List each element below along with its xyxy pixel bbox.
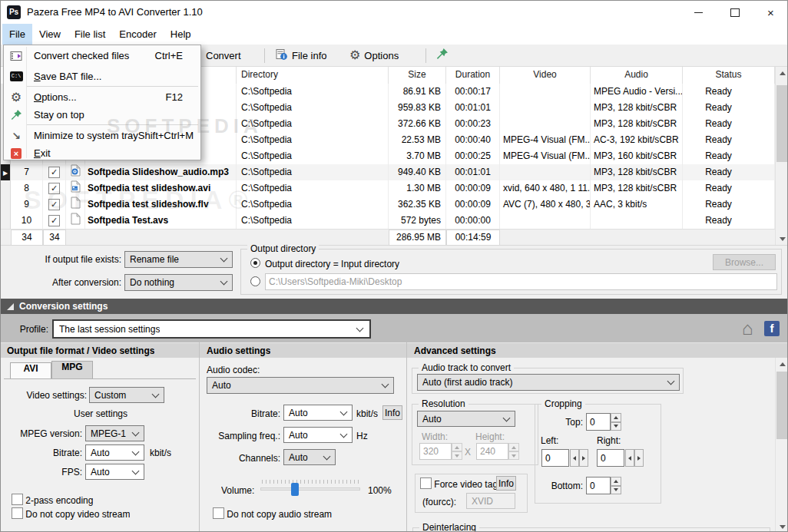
chevron-down-icon (152, 390, 160, 398)
stay-on-top-toggle[interactable] (435, 46, 449, 64)
menu-item-save-bat-file[interactable]: C:\ Save BAT file... (5, 68, 200, 85)
scroll-down-button[interactable] (776, 233, 788, 245)
menu-item-convert-checked-files[interactable]: Convert checked files Ctrl+E (5, 47, 200, 64)
table-row-selected[interactable]: ▶ 7 ✓ Softpedia Slideshow_audio.mp3 C:\S… (1, 164, 775, 181)
header-video[interactable]: Video (500, 67, 591, 84)
menu-bar: File View File list Encoder Help (1, 24, 788, 45)
crop-right-field[interactable]: 0 (597, 449, 624, 467)
fps-select[interactable]: Auto (85, 464, 144, 480)
toolbar-separator (264, 48, 265, 63)
audio-track-select[interactable]: Auto (first audio track) (417, 374, 680, 391)
total-duration: 00:14:59 (446, 230, 500, 246)
conversion-settings-header[interactable]: Conversion settings (1, 299, 788, 314)
minimize-button[interactable] (680, 1, 717, 24)
table-row[interactable]: 10 ✓ Softpedia Test.avs C:\Softpedia 572… (1, 213, 775, 230)
volume-slider-thumb[interactable] (291, 483, 299, 496)
file-checkbox[interactable]: ✓ (48, 183, 60, 194)
maximize-button[interactable] (717, 1, 753, 24)
scroll-up-button[interactable] (776, 67, 788, 79)
app-logo-icon: Ps (7, 5, 21, 19)
homepage-link[interactable]: ⌂ (742, 320, 753, 337)
if-output-exists-label: If output file exists: (16, 254, 121, 265)
crop-bottom-spinner[interactable] (611, 477, 621, 494)
header-duration[interactable]: Duration (446, 67, 500, 84)
file-checkbox[interactable]: ✓ (48, 167, 60, 178)
scroll-down-button[interactable] (776, 520, 788, 532)
header-size[interactable]: Size (389, 67, 446, 84)
menu-view[interactable]: View (32, 24, 68, 45)
options-button[interactable]: ⚙ Options (349, 46, 399, 64)
header-status[interactable]: Status (683, 67, 775, 84)
crop-left-spinner[interactable] (570, 449, 588, 467)
gear-icon: ⚙ (349, 49, 360, 61)
force-video-tag-checkbox[interactable] (420, 477, 432, 489)
video-bitrate-select[interactable]: Auto (85, 444, 144, 461)
if-output-exists-select[interactable]: Rename file (124, 251, 233, 268)
table-row[interactable]: 8 ✓ Softpedia test slideshow.avi C:\Soft… (1, 180, 775, 197)
bitrate-info-button[interactable]: Info (382, 405, 402, 420)
no-copy-video-checkbox[interactable] (12, 507, 23, 519)
no-copy-audio-option[interactable]: Do not copy audio stream (213, 507, 332, 520)
crop-top-label: Top: (546, 417, 583, 428)
close-button[interactable]: × (753, 1, 788, 24)
menu-file[interactable]: File (2, 24, 32, 45)
table-row[interactable]: 9 ✓ Softpedia test slideshow.flv C:\Soft… (1, 197, 775, 213)
channels-label: Channels: (219, 453, 280, 464)
user-settings-label: User settings (74, 408, 127, 419)
crop-top-field[interactable]: 0 (586, 413, 611, 431)
file-checkbox[interactable]: ✓ (48, 199, 60, 210)
force-video-tag-option[interactable]: Force video tag (419, 477, 499, 490)
menu-item-stay-on-top[interactable]: Stay on top (5, 106, 200, 124)
no-copy-video-option[interactable]: Do not copy video stream (12, 507, 130, 520)
advanced-scrollbar[interactable] (775, 358, 788, 532)
audio-codec-label: Audio codec: (207, 365, 260, 375)
file-info-icon (275, 48, 288, 63)
two-pass-checkbox[interactable] (12, 494, 23, 505)
video-settings-select[interactable]: Custom (89, 387, 164, 403)
crop-right-spinner[interactable] (625, 449, 644, 467)
tab-mpg[interactable]: MPG (51, 361, 93, 378)
collapse-triangle-icon (7, 303, 14, 310)
menu-encoder[interactable]: Encoder (112, 24, 163, 45)
after-conversion-select[interactable]: Do nothing (124, 274, 233, 291)
header-audio[interactable]: Audio (591, 67, 683, 84)
menu-item-options[interactable]: ⚙ Options... F12 (5, 88, 200, 106)
crop-bottom-field[interactable]: 0 (586, 477, 611, 494)
volume-slider-track[interactable] (260, 487, 360, 491)
scrollbar-thumb[interactable] (776, 372, 788, 439)
menu-help[interactable]: Help (164, 24, 198, 45)
two-pass-option[interactable]: 2-pass encoding (12, 494, 93, 506)
fourcc-info-button[interactable]: Info (496, 476, 516, 491)
menu-file-list[interactable]: File list (68, 24, 112, 45)
profile-select[interactable]: The last session settings (52, 319, 371, 339)
facebook-link[interactable]: f (764, 321, 780, 336)
document-file-icon (69, 213, 81, 229)
tab-avi[interactable]: AVI (10, 362, 51, 378)
section-video-title: Output file format / Video settings (7, 343, 154, 359)
menu-item-exit[interactable]: × Exit (5, 144, 200, 162)
output-custom-dir-radio[interactable] (250, 276, 260, 286)
sampling-freq-select[interactable]: Auto (283, 427, 353, 443)
output-same-dir-radio[interactable] (250, 258, 260, 268)
row-pointer: ▶ (1, 164, 11, 180)
crop-top-spinner[interactable] (611, 413, 621, 431)
file-checkbox[interactable]: ✓ (48, 215, 60, 226)
header-directory[interactable]: Directory (237, 67, 389, 84)
mpeg-version-select[interactable]: MPEG-1 (85, 425, 144, 441)
no-copy-audio-checkbox[interactable] (213, 507, 224, 519)
scroll-up-button[interactable] (776, 358, 788, 370)
minimize-icon (694, 12, 703, 13)
table-scrollbar[interactable] (775, 67, 788, 245)
video-file-icon (69, 180, 81, 197)
audio-bitrate-select[interactable]: Auto (283, 405, 353, 421)
crop-left-field[interactable]: 0 (541, 449, 569, 467)
resolution-select[interactable]: Auto (417, 411, 515, 427)
sampling-freq-unit: Hz (356, 431, 368, 441)
file-info-button[interactable]: File info (275, 46, 327, 64)
menu-item-minimize-to-tray[interactable]: ↘ Minimize to system tray Shift+Ctrl+M (5, 127, 200, 144)
facebook-icon: f (770, 322, 774, 335)
audio-codec-select[interactable]: Auto (207, 377, 394, 394)
scrollbar-thumb[interactable] (776, 85, 788, 162)
channels-select[interactable]: Auto (283, 449, 336, 465)
tab-baseline (4, 378, 196, 379)
